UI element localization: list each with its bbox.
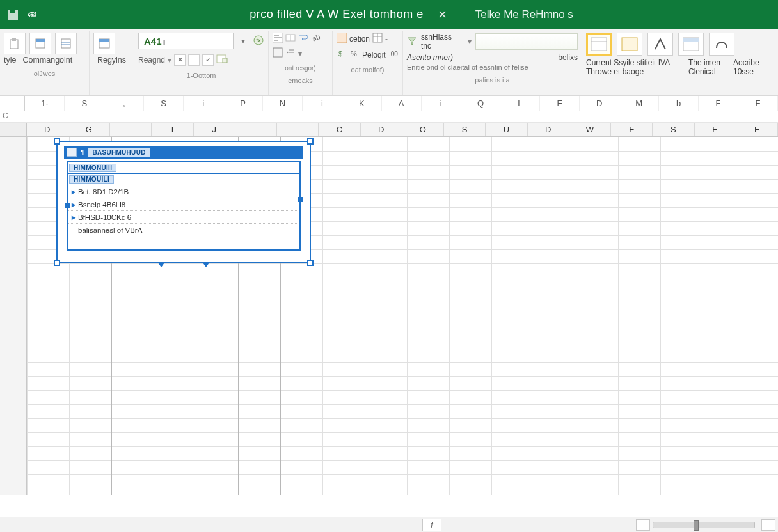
- column-header-cell[interactable]: [277, 123, 319, 136]
- column-header-cell[interactable]: J: [194, 123, 235, 136]
- cell-border-icon[interactable]: [273, 47, 283, 59]
- preview-strip[interactable]: [475, 33, 578, 50]
- column-header-cell[interactable]: F: [611, 123, 653, 136]
- ribbon-label-asento: Asento mner): [407, 53, 453, 62]
- col-strip-cell: S: [144, 96, 184, 111]
- column-header-cell[interactable]: E: [695, 123, 736, 136]
- table-cell: balisannesl of VBrA: [78, 226, 142, 234]
- qat: [0, 8, 45, 21]
- ribbon-label-command: Commangoint: [22, 54, 72, 65]
- ribbon-label-belixs: belixs: [558, 53, 578, 62]
- view-normal-button[interactable]: [636, 519, 650, 531]
- zoom-slider[interactable]: [653, 522, 755, 528]
- svg-rect-3: [12, 38, 16, 41]
- zoom-level-button[interactable]: [761, 519, 775, 531]
- namebox-dropdown-icon[interactable]: ▾: [237, 36, 249, 45]
- select-all-corner[interactable]: [0, 123, 27, 136]
- embedded-table-object[interactable]: ¶ BASUHMUHUUD HIMMONUIII HIMMOUILI ▸Bct.…: [56, 141, 311, 263]
- resize-handles-bottom[interactable]: [58, 263, 310, 267]
- col-strip-cell: i: [303, 96, 342, 111]
- col-strip-cell: A: [382, 96, 422, 111]
- ribbon-button-2[interactable]: [29, 33, 51, 54]
- window-title-group: prco filled V A W Exel tomhom e ✕: [250, 8, 450, 22]
- align-icon[interactable]: [273, 33, 283, 45]
- styles-col3a: The imen: [688, 58, 727, 67]
- object-icon: [67, 148, 77, 157]
- decimal-icon[interactable]: .00: [388, 49, 399, 61]
- table-cell: BfHSD-10CKc 6: [78, 214, 131, 221]
- ribbon-label-regions: Regyins: [93, 54, 130, 65]
- styles-col3b: Clenical: [688, 67, 727, 76]
- svg-text:ab: ab: [311, 33, 321, 42]
- object-title-chip: BASUHMUHUUD: [88, 148, 150, 157]
- ribbon-group6-name: palins is i a: [407, 71, 578, 84]
- column-header-cell[interactable]: [235, 123, 277, 136]
- column-header-cell[interactable]: D: [27, 123, 68, 136]
- ribbon-label-cetion: cetion: [349, 35, 370, 43]
- close-doc-icon[interactable]: ✕: [435, 8, 450, 22]
- wrap-icon[interactable]: [298, 33, 308, 45]
- orientation-icon[interactable]: ab: [311, 33, 321, 45]
- fx-accept-icon[interactable]: ✓: [202, 54, 214, 66]
- cell-style-3[interactable]: [647, 33, 673, 56]
- fx-insert-icon[interactable]: [216, 53, 228, 66]
- object-title-bar[interactable]: ¶ BASUHMUHUUD: [64, 146, 303, 159]
- styles-line2: Throwe et baoge: [586, 67, 682, 76]
- column-header-cell[interactable]: U: [486, 123, 527, 136]
- ribbon-button-3[interactable]: [55, 33, 77, 54]
- cell-style-current[interactable]: [586, 33, 612, 56]
- row-headers[interactable]: [0, 137, 27, 495]
- column-strip-secondary: 1-S,SiPNiKAiQLEDMbFF: [0, 96, 778, 111]
- name-box[interactable]: A41ı: [138, 33, 234, 49]
- ribbon-group4-name: emeaks: [273, 72, 328, 84]
- column-header-cell[interactable]: G: [68, 123, 110, 136]
- column-header-cell[interactable]: F: [736, 123, 778, 136]
- currency-icon[interactable]: $: [337, 49, 347, 61]
- column-header-cell[interactable]: D: [361, 123, 402, 136]
- ribbon-group5-name: oat moifof): [337, 61, 399, 74]
- sheet-tab[interactable]: f: [422, 519, 441, 531]
- col-strip-cell: F: [738, 96, 778, 111]
- paste-button[interactable]: [4, 33, 26, 54]
- svg-rect-36: [683, 38, 699, 42]
- col-strip-cell: E: [540, 96, 580, 111]
- table-icon[interactable]: [372, 33, 383, 45]
- ribbon: tyle Commangoint olJwes Regyins A41ı ▾ f…: [0, 29, 778, 96]
- col-strip-cell: D: [580, 96, 619, 111]
- col-strip-cell: 1-: [25, 96, 65, 111]
- col-strip-cell: M: [619, 96, 659, 111]
- fx-icon[interactable]: fx: [253, 35, 264, 48]
- column-header-cell[interactable]: S: [653, 123, 694, 136]
- cell-style-4[interactable]: [678, 33, 704, 56]
- indent-icon[interactable]: [285, 47, 296, 59]
- filter-icon[interactable]: [407, 36, 417, 48]
- sheet-tab-label: f: [431, 520, 433, 529]
- percent-icon[interactable]: %: [349, 49, 360, 61]
- column-header-cell[interactable]: [110, 123, 152, 136]
- regions-button[interactable]: [93, 33, 115, 54]
- zoom-thumb[interactable]: [694, 520, 699, 531]
- column-header-cell[interactable]: O: [402, 123, 444, 136]
- table-header-chip-1: HIMMONUIII: [69, 164, 116, 172]
- column-header-cell[interactable]: T: [152, 123, 193, 136]
- number-format-icon[interactable]: [337, 33, 347, 45]
- column-header-cell[interactable]: W: [569, 123, 611, 136]
- svg-rect-2: [10, 40, 18, 49]
- tell-me-search[interactable]: Telke Me ReHmno s: [475, 8, 573, 21]
- cell-style-5[interactable]: [709, 33, 734, 56]
- ribbon-hint-line: Enitie ond ol claeital of easntin of fel…: [407, 63, 578, 71]
- fx-cancel-icon[interactable]: ✕: [174, 54, 186, 66]
- column-header-cell[interactable]: D: [528, 123, 569, 136]
- column-header-cell[interactable]: C: [319, 123, 360, 136]
- fx-label: Reagnd: [138, 56, 165, 65]
- save-icon[interactable]: [6, 8, 19, 21]
- fx-sep: =: [188, 54, 200, 66]
- column-header-cell[interactable]: S: [444, 123, 486, 136]
- merge-icon[interactable]: [285, 33, 296, 45]
- svg-rect-6: [61, 39, 70, 48]
- object-inner-table[interactable]: HIMMONUIII HIMMOUILI ▸Bct. 8D1 D2/1B ▸Bs…: [67, 161, 301, 251]
- title-bar: prco filled V A W Exel tomhom e ✕ Telke …: [0, 0, 778, 29]
- redo-icon[interactable]: [26, 8, 38, 21]
- cell-style-2[interactable]: [617, 33, 642, 56]
- document-title: prco filled V A W Exel tomhom e: [250, 8, 424, 21]
